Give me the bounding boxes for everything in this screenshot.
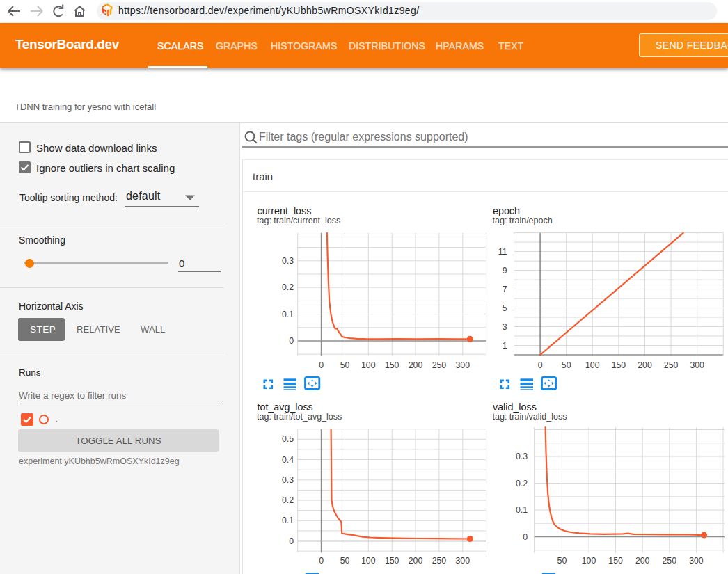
svg-text:0.5: 0.5	[282, 434, 294, 444]
svg-text:100: 100	[361, 556, 376, 566]
svg-text:200: 200	[635, 556, 650, 566]
svg-text:0.3: 0.3	[282, 256, 294, 266]
svg-text:0.1: 0.1	[282, 310, 294, 319]
svg-text:200: 200	[409, 360, 423, 370]
svg-text:0: 0	[319, 360, 324, 370]
svg-text:3: 3	[503, 322, 507, 332]
svg-text:9: 9	[503, 266, 507, 276]
svg-text:50: 50	[562, 360, 571, 370]
svg-text:7: 7	[503, 285, 507, 294]
svg-text:0.1: 0.1	[516, 505, 528, 515]
svg-text:valid_loss: valid_loss	[493, 401, 537, 413]
svg-text:11: 11	[498, 247, 507, 257]
svg-text:epoch: epoch	[493, 205, 520, 216]
svg-text:100: 100	[361, 360, 376, 370]
svg-text:tag: train/valid_loss: tag: train/valid_loss	[493, 412, 567, 422]
svg-text:250: 250	[432, 556, 447, 566]
svg-text:0.3: 0.3	[516, 452, 528, 461]
svg-text:tag: train/tot_avg_loss: tag: train/tot_avg_loss	[257, 412, 342, 422]
svg-text:200: 200	[638, 360, 652, 370]
svg-text:0: 0	[538, 360, 543, 370]
svg-text:current_loss: current_loss	[258, 205, 312, 216]
svg-text:250: 250	[663, 556, 677, 566]
svg-text:0: 0	[289, 536, 294, 546]
svg-text:0.2: 0.2	[282, 282, 294, 292]
svg-text:50: 50	[557, 556, 567, 566]
svg-text:150: 150	[608, 556, 623, 566]
svg-text:0: 0	[319, 556, 324, 566]
svg-text:150: 150	[385, 360, 399, 370]
svg-text:250: 250	[664, 360, 679, 370]
svg-text:150: 150	[385, 556, 399, 566]
svg-text:50: 50	[340, 556, 350, 566]
svg-text:0.3: 0.3	[282, 475, 294, 485]
svg-text:50: 50	[340, 360, 350, 370]
svg-text:0.2: 0.2	[516, 479, 528, 488]
svg-text:tag: train/current_loss: tag: train/current_loss	[257, 216, 340, 225]
svg-text:tag: train/epoch: tag: train/epoch	[493, 216, 553, 225]
svg-text:0.1: 0.1	[282, 516, 294, 525]
svg-text:1: 1	[503, 341, 507, 351]
svg-text:5: 5	[503, 303, 507, 313]
svg-text:0.2: 0.2	[282, 495, 294, 505]
svg-text:200: 200	[409, 556, 423, 566]
svg-text:250: 250	[432, 360, 447, 370]
svg-text:0: 0	[523, 532, 528, 542]
svg-text:100: 100	[585, 360, 600, 370]
svg-text:300: 300	[690, 360, 704, 370]
svg-text:300: 300	[456, 360, 470, 370]
svg-text:0.4: 0.4	[282, 455, 294, 465]
svg-text:300: 300	[456, 556, 470, 566]
svg-text:tot_avg_loss: tot_avg_loss	[258, 401, 313, 413]
svg-text:100: 100	[582, 556, 596, 566]
svg-text:300: 300	[689, 556, 704, 566]
svg-text:0: 0	[289, 336, 294, 346]
svg-text:150: 150	[612, 360, 626, 370]
